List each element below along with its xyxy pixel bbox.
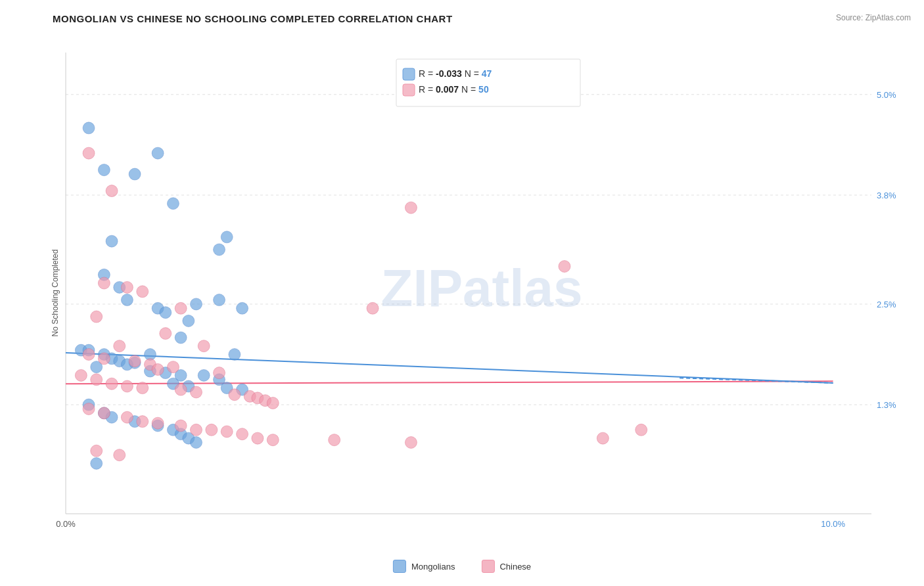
svg-point-66 bbox=[121, 281, 133, 293]
svg-point-62 bbox=[91, 457, 103, 469]
svg-point-97 bbox=[152, 417, 164, 429]
svg-text:10.0%: 10.0% bbox=[821, 519, 845, 529]
svg-point-22 bbox=[221, 231, 233, 243]
svg-point-110 bbox=[559, 260, 570, 272]
chart-svg: 1.3%2.5%3.8%5.0% 0.0% 10.0% ZIPatlas R =… bbox=[53, 39, 911, 533]
svg-text:R = -0.033   N = 47: R = -0.033 N = 47 bbox=[419, 68, 492, 79]
svg-point-79 bbox=[152, 363, 164, 375]
svg-point-68 bbox=[175, 302, 187, 314]
svg-point-78 bbox=[167, 361, 179, 373]
svg-text:5.0%: 5.0% bbox=[877, 90, 896, 100]
chinese-swatch bbox=[481, 560, 494, 573]
svg-point-19 bbox=[129, 168, 141, 180]
svg-text:ZIPatlas: ZIPatlas bbox=[381, 259, 583, 317]
svg-point-103 bbox=[252, 432, 264, 444]
mongolians-label: Mongolians bbox=[411, 562, 455, 572]
svg-point-80 bbox=[214, 367, 225, 379]
svg-point-47 bbox=[198, 369, 210, 381]
svg-point-100 bbox=[206, 424, 218, 436]
svg-point-102 bbox=[237, 428, 248, 440]
svg-point-69 bbox=[367, 302, 379, 314]
svg-point-88 bbox=[229, 389, 241, 401]
svg-point-105 bbox=[329, 434, 340, 446]
svg-point-98 bbox=[175, 420, 187, 432]
svg-point-107 bbox=[91, 445, 103, 457]
svg-point-23 bbox=[214, 244, 225, 256]
chart-title: MONGOLIAN VS CHINESE NO SCHOOLING COMPLE… bbox=[53, 13, 911, 24]
chart-container: MONGOLIAN VS CHINESE NO SCHOOLING COMPLE… bbox=[0, 0, 924, 586]
svg-point-31 bbox=[237, 302, 248, 314]
svg-point-93 bbox=[83, 403, 95, 415]
svg-point-95 bbox=[121, 411, 133, 423]
chinese-label: Chinese bbox=[499, 562, 531, 572]
svg-point-101 bbox=[221, 426, 233, 438]
svg-point-29 bbox=[160, 307, 172, 319]
svg-point-65 bbox=[98, 277, 110, 289]
svg-point-72 bbox=[114, 340, 126, 352]
svg-point-104 bbox=[267, 434, 279, 446]
svg-text:2.5%: 2.5% bbox=[877, 300, 896, 309]
svg-point-99 bbox=[190, 424, 202, 436]
svg-point-87 bbox=[190, 386, 202, 398]
svg-text:0.0%: 0.0% bbox=[56, 519, 76, 529]
svg-point-73 bbox=[198, 340, 210, 352]
svg-point-84 bbox=[121, 380, 133, 392]
svg-text:R =  0.007   N = 50: R = 0.007 N = 50 bbox=[419, 84, 489, 95]
svg-point-71 bbox=[160, 328, 172, 340]
svg-point-81 bbox=[75, 369, 87, 381]
svg-line-13 bbox=[66, 381, 833, 384]
svg-point-20 bbox=[167, 198, 179, 210]
svg-point-67 bbox=[137, 286, 149, 298]
svg-point-21 bbox=[106, 235, 118, 247]
svg-rect-116 bbox=[403, 84, 415, 96]
svg-point-83 bbox=[106, 378, 118, 390]
svg-point-106 bbox=[405, 437, 417, 449]
svg-point-63 bbox=[83, 147, 95, 159]
svg-point-26 bbox=[121, 294, 133, 306]
svg-point-28 bbox=[190, 298, 202, 310]
svg-point-75 bbox=[98, 353, 110, 365]
svg-point-85 bbox=[137, 382, 149, 394]
svg-point-61 bbox=[190, 437, 202, 449]
svg-point-32 bbox=[183, 315, 195, 327]
svg-point-34 bbox=[229, 348, 241, 360]
legend-item-mongolians: Mongolians bbox=[393, 560, 455, 573]
svg-point-109 bbox=[405, 202, 417, 214]
svg-point-70 bbox=[91, 311, 103, 323]
svg-point-64 bbox=[106, 185, 118, 197]
chart-legend: Mongolians Chinese bbox=[393, 560, 531, 573]
svg-point-108 bbox=[114, 449, 126, 461]
svg-point-111 bbox=[597, 432, 609, 444]
svg-point-18 bbox=[152, 147, 164, 159]
mongolian-swatch bbox=[393, 560, 406, 573]
svg-point-16 bbox=[83, 122, 95, 134]
svg-text:1.3%: 1.3% bbox=[877, 400, 896, 410]
svg-point-82 bbox=[91, 374, 103, 386]
svg-point-92 bbox=[267, 397, 279, 409]
svg-point-74 bbox=[83, 348, 95, 360]
svg-rect-114 bbox=[403, 68, 415, 80]
svg-point-112 bbox=[635, 424, 647, 436]
svg-point-94 bbox=[98, 407, 110, 419]
svg-point-96 bbox=[137, 416, 149, 428]
source-label: Source: ZipAtlas.com bbox=[836, 13, 911, 22]
svg-point-76 bbox=[129, 355, 141, 367]
svg-point-86 bbox=[175, 384, 187, 395]
svg-point-30 bbox=[214, 294, 225, 306]
svg-text:3.8%: 3.8% bbox=[877, 191, 896, 200]
svg-point-33 bbox=[175, 332, 187, 344]
legend-item-chinese: Chinese bbox=[481, 560, 531, 573]
svg-rect-113 bbox=[396, 59, 580, 106]
svg-point-17 bbox=[98, 164, 110, 176]
